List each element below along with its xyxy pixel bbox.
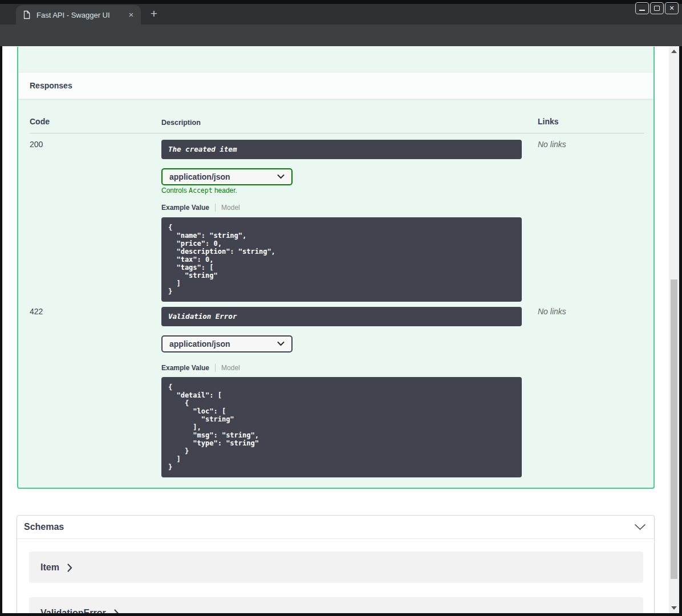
json-code: { "detail": [ { "loc": [ "string" ], "ms… <box>161 377 522 477</box>
responses-panel: Responses Code Description Links 200 The… <box>17 47 655 489</box>
tab-example-value[interactable]: Example Value <box>161 364 209 372</box>
chevron-down-icon <box>277 342 285 346</box>
example-model-tabs: Example Value Model <box>161 363 240 372</box>
close-window-button[interactable]: ✕ <box>665 2 679 14</box>
example-json-422: { "detail": [ { "loc": [ "string" ], "ms… <box>161 377 522 477</box>
schemas-header[interactable]: Schemas <box>17 516 654 539</box>
chevron-down-icon[interactable] <box>634 524 646 530</box>
responses-title: Responses <box>30 81 72 90</box>
response-code-422: 422 <box>30 307 43 316</box>
media-type-value: application/json <box>169 339 230 348</box>
schemas-title: Schemas <box>24 522 64 532</box>
example-json-200: { "name": "string", "price": 0, "descrip… <box>161 217 522 302</box>
model-item[interactable]: Item <box>29 552 643 583</box>
page-favicon-icon <box>22 10 31 19</box>
response-description-422: Validation Error <box>161 307 522 326</box>
tab-example-value[interactable]: Example Value <box>161 204 209 212</box>
browser-toolbar: ← → ↻ 127.0.0.1:8000/docs ☆ ⋮ <box>0 25 682 46</box>
table-header-divider <box>30 133 644 133</box>
media-type-value: application/json <box>169 172 230 181</box>
column-header-description: Description <box>161 119 201 127</box>
model-validationerror[interactable]: ValidationError <box>29 597 643 613</box>
no-links-422: No links <box>538 307 566 316</box>
scroll-down-arrow-icon[interactable] <box>671 606 677 610</box>
maximize-button[interactable] <box>650 2 664 14</box>
response-code-200: 200 <box>30 140 43 149</box>
close-tab-icon[interactable]: × <box>126 10 136 20</box>
scroll-up-arrow-icon[interactable] <box>671 50 677 53</box>
model-name: ValidationError <box>40 608 106 614</box>
tab-divider <box>215 204 216 212</box>
browser-tab[interactable]: Fast API - Swagger UI × <box>16 5 141 25</box>
json-code: { "name": "string", "price": 0, "descrip… <box>161 217 522 302</box>
no-links-200: No links <box>538 140 566 149</box>
minimize-icon <box>639 10 645 11</box>
example-model-tabs: Example Value Model <box>161 203 240 212</box>
chevron-right-icon <box>67 564 72 572</box>
response-description-200: The created item <box>161 140 522 159</box>
model-name: Item <box>40 562 59 573</box>
maximize-icon <box>654 6 660 11</box>
page-content: Responses Code Description Links 200 The… <box>2 46 669 613</box>
schemas-section: Schemas Item ValidationError <box>17 515 655 613</box>
new-tab-button[interactable]: + <box>147 7 161 22</box>
browser-titlebar: Fast API - Swagger UI × + ✕ <box>0 0 682 25</box>
media-type-select-200[interactable]: application/json <box>161 168 293 185</box>
minimize-button[interactable] <box>635 2 649 14</box>
page-scrollbar[interactable] <box>669 46 679 613</box>
media-type-select-422[interactable]: application/json <box>161 335 293 352</box>
column-header-links: Links <box>538 117 559 126</box>
responses-section-header: Responses <box>18 72 653 99</box>
chevron-right-icon <box>114 609 119 613</box>
tab-divider <box>215 364 216 372</box>
tab-model[interactable]: Model <box>221 364 240 372</box>
scrollbar-thumb[interactable] <box>671 279 677 579</box>
chevron-down-icon <box>277 175 285 179</box>
tab-model[interactable]: Model <box>221 204 240 212</box>
tab-title: Fast API - Swagger UI <box>36 11 110 19</box>
accept-header-note: Controls Accept header. <box>161 187 237 194</box>
window-frame-edge <box>0 0 682 4</box>
column-header-code: Code <box>30 117 50 126</box>
